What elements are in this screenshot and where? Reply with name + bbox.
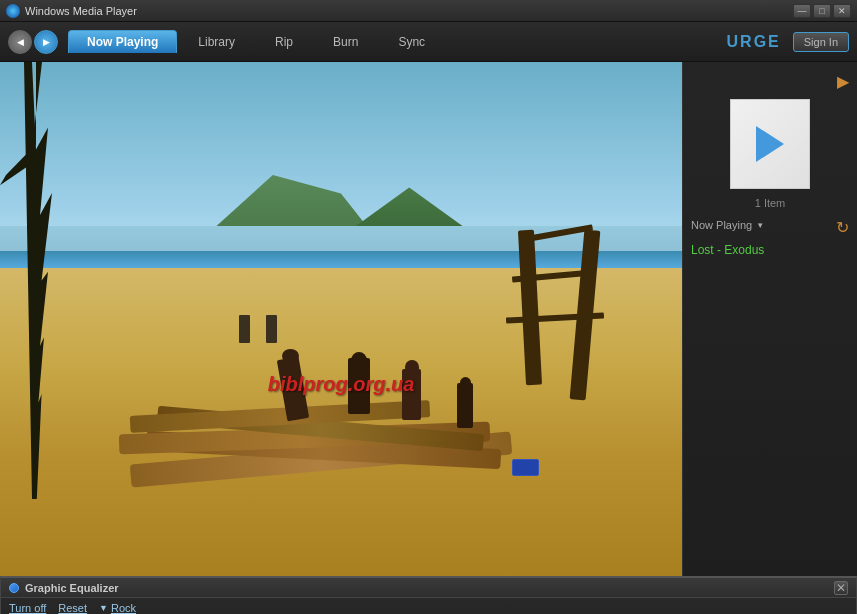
now-playing-dropdown[interactable]: Now Playing ▼ [691,219,764,231]
nav-bar: ◀ ▶ Now Playing Library Rip Burn Sync UR… [0,22,857,62]
eq-preset-label: Rock [111,602,136,614]
right-sidebar: ▶ 1 Item Now Playing ▼ ↻ Lost - Exodus [682,62,857,576]
back-button[interactable]: ◀ [8,30,32,54]
video-content: biblprog.org.ua [0,62,682,576]
eq-header: Graphic Equalizer ✕ [1,578,856,598]
forward-button[interactable]: ▶ [34,30,58,54]
preset-arrow-icon: ▼ [99,603,108,613]
play-icon [756,126,784,162]
main-area: biblprog.org.ua ▶ 1 Item Now Playing ▼ ↻… [0,62,857,576]
video-area[interactable]: biblprog.org.ua [0,62,682,576]
tab-sync[interactable]: Sync [379,30,444,53]
window-title: Windows Media Player [25,5,793,17]
equalizer-panel: Graphic Equalizer ✕ Turn off Reset ▼ Roc… [0,576,857,614]
maximize-button[interactable]: □ [813,4,831,18]
eq-turnoff-link[interactable]: Turn off [9,602,46,614]
watermark: biblprog.org.ua [268,373,415,396]
refresh-button[interactable]: ↻ [836,218,849,237]
eq-controls: Turn off Reset ▼ Rock [9,602,848,614]
eq-close-button[interactable]: ✕ [834,581,848,595]
eq-dot-icon [9,583,19,593]
nav-buttons: ◀ ▶ [8,30,58,54]
raft-scene [102,216,648,499]
sidebar-expand-arrow[interactable]: ▶ [837,72,849,91]
forward-icon: ▶ [43,37,50,47]
minimize-button[interactable]: — [793,4,811,18]
close-button[interactable]: ✕ [833,4,851,18]
sign-in-button[interactable]: Sign In [793,32,849,52]
track-name[interactable]: Lost - Exodus [691,243,764,257]
eq-preset-selector[interactable]: ▼ Rock [99,602,136,614]
title-bar: Windows Media Player — □ ✕ [0,0,857,22]
tab-rip[interactable]: Rip [256,30,312,53]
dropdown-arrow-icon: ▼ [756,221,764,230]
eq-title: Graphic Equalizer [25,582,828,594]
tab-burn[interactable]: Burn [314,30,377,53]
urge-logo[interactable]: URGE [727,33,781,51]
item-count: 1 Item [755,197,786,209]
tab-library[interactable]: Library [179,30,254,53]
playlist-thumbnail[interactable] [730,99,810,189]
app-icon [6,4,20,18]
eq-reset-link[interactable]: Reset [58,602,87,614]
tabs: Now Playing Library Rip Burn Sync [68,30,727,53]
window-controls: — □ ✕ [793,4,851,18]
back-icon: ◀ [17,37,24,47]
tab-now-playing[interactable]: Now Playing [68,30,177,53]
